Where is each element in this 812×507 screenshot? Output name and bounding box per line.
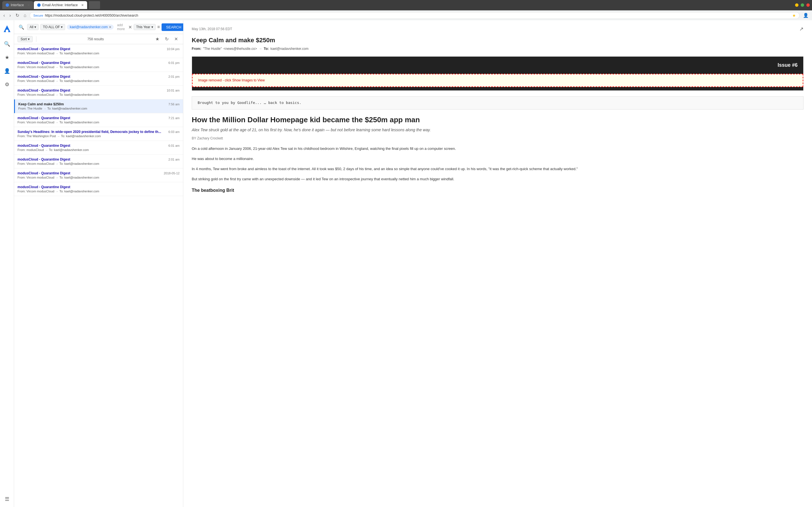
issue-banner-area: Issue #6 Image removed - click Show Imag… — [192, 56, 804, 91]
email-from-name: From: The Washington Post — [17, 134, 56, 138]
email-subject-text: modusCloud - Quarantine Digest — [17, 61, 70, 65]
share-icon[interactable]: ↗ — [799, 26, 804, 32]
email-from-name: From: Vircom modusCloud — [17, 162, 54, 165]
forward-btn[interactable]: › — [8, 12, 12, 19]
email-subject-text: modusCloud - Quarantine Digest — [17, 185, 70, 189]
close-btn[interactable] — [806, 3, 810, 7]
detail-meta-arrow: → — [259, 47, 262, 51]
email-item-from: From: Vircom modusCloud → To: kael@nadav… — [17, 93, 180, 96]
email-time: 2018-05-12 — [164, 172, 180, 175]
minimize-btn[interactable] — [795, 3, 799, 7]
image-placeholder: Image removed - click Show Images to Vie… — [192, 74, 803, 87]
user-icon[interactable]: 👤 — [802, 11, 810, 19]
detail-subject: Keep Calm and make $250m — [192, 37, 804, 44]
sidebar: 🔍 ★ 👤 ⚙ ☰ — [0, 20, 14, 507]
search-clear-btn[interactable]: ✕ — [128, 24, 132, 30]
detail-date: May 13th, 2018 07:56 EDT — [192, 27, 232, 31]
email-subject-text: modusCloud - Quarantine Digest — [17, 171, 70, 175]
email-from-name: From: Vircom modusCloud — [17, 121, 54, 124]
maximize-btn[interactable] — [801, 3, 804, 7]
sort-chevron: ▾ — [28, 37, 30, 41]
email-time: 6:01 am — [168, 144, 180, 147]
email-list-item[interactable]: Keep Calm and make $250m7:56 am From: Th… — [14, 100, 183, 113]
email-item-from: From: Vircom modusCloud → To: kael@nadav… — [17, 176, 180, 179]
email-item-subject: modusCloud - Quarantine Digest10:04 pm — [17, 47, 180, 51]
sidebar-item-contacts[interactable]: 👤 — [3, 66, 11, 75]
email-item-subject: modusCloud - Quarantine Digest2:01 am — [17, 158, 180, 161]
email-to-name: To: kael@nadavshenker.com — [59, 121, 99, 124]
bookmark-icon[interactable]: ★ — [792, 13, 796, 18]
list-view-icon[interactable]: ≡ — [157, 24, 160, 30]
back-btn[interactable]: ‹ — [2, 12, 6, 19]
email-list-item[interactable]: modusCloud - Quarantine Digest2:01 pm Fr… — [14, 72, 183, 86]
tab-label: Interface — [11, 3, 24, 7]
sidebar-item-settings[interactable]: ⚙ — [3, 80, 11, 89]
refresh-btn[interactable]: ↻ — [14, 11, 20, 19]
browser-chrome: Interface ✕ Email Archive: Interface ✕ — [0, 0, 812, 10]
tab-close-active-btn[interactable]: ✕ — [81, 3, 84, 7]
article-para-4: But striking gold on the first try came … — [192, 176, 804, 182]
email-time: 7:21 am — [168, 116, 180, 120]
to-all-filter[interactable]: TO ALL OF ▾ — [40, 24, 65, 30]
email-list-item[interactable]: modusCloud - Quarantine Digest10:01 am F… — [14, 86, 183, 100]
issue-banner: Issue #6 — [192, 57, 803, 74]
tab-bar: Interface ✕ Email Archive: Interface ✕ — [2, 1, 794, 9]
detail-from-label: From: — [192, 47, 201, 51]
sidebar-item-search[interactable]: 🔍 — [3, 40, 11, 48]
article-title: How the Million Dollar Homepage kid beca… — [192, 115, 804, 125]
arrow-icon: → — [43, 107, 46, 110]
arrow-icon: → — [56, 52, 58, 55]
email-list-item[interactable]: modusCloud - Quarantine Digest2018-05-12… — [14, 168, 183, 182]
email-list-item[interactable]: modusCloud - Quarantine Digest2:01 am Fr… — [14, 155, 183, 168]
chip-remove-btn[interactable]: ✕ — [109, 25, 111, 29]
arrow-icon: → — [56, 162, 58, 165]
email-list-item[interactable]: Sunday's Headlines: In wide-open 2020 pr… — [14, 127, 183, 141]
tab-email-archive[interactable]: Email Archive: Interface ✕ — [34, 1, 87, 9]
new-tab-area[interactable] — [89, 1, 100, 9]
email-list-item[interactable]: modusCloud - Quarantine Digest6:01 pm Fr… — [14, 58, 183, 72]
email-subject-text: modusCloud - Quarantine Digest — [17, 47, 70, 51]
email-list-item[interactable]: modusCloud - Quarantine Digest7:21 am Fr… — [14, 113, 183, 127]
add-more-btn[interactable]: add more — [115, 22, 126, 32]
sort-button[interactable]: Sort ▾ — [17, 36, 33, 42]
delete-action-icon[interactable]: ✕ — [172, 36, 180, 42]
star-action-icon[interactable]: ★ — [154, 36, 161, 42]
tab-interface[interactable]: Interface ✕ — [2, 1, 33, 9]
email-body: Issue #6 Image removed - click Show Imag… — [192, 56, 804, 194]
article-subtitle: Alex Tew struck gold at the age of 21, o… — [192, 127, 804, 133]
email-item-from: From: The Washington Post → To: kael@nad… — [17, 134, 180, 138]
tab-close-btn[interactable]: ✕ — [28, 3, 30, 7]
email-item-subject: modusCloud - Quarantine Digest6:01 pm — [17, 61, 180, 65]
refresh-action-icon[interactable]: ↻ — [163, 36, 170, 42]
date-filter[interactable]: This Year ▾ — [134, 24, 156, 30]
email-list-item[interactable]: modusCloud - Quarantine Digest10:04 pm F… — [14, 44, 183, 58]
email-from-name: From: Vircom modusCloud — [17, 176, 54, 179]
sidebar-item-menu[interactable]: ☰ — [3, 495, 11, 504]
sidebar-item-starred[interactable]: ★ — [3, 53, 11, 62]
email-item-subject: modusCloud - Quarantine Digest2018-05-12 — [17, 171, 180, 175]
home-btn[interactable]: ⌂ — [22, 12, 28, 19]
email-item-from: From: Vircom modusCloud → To: kael@nadav… — [17, 121, 180, 124]
email-to-name: To: kael@nadavshenker.com — [61, 134, 101, 138]
arrow-icon: → — [56, 176, 58, 179]
svg-point-1 — [6, 30, 8, 33]
url-text: https://moduscloud.cloud-protect.net/i/4… — [45, 13, 138, 17]
email-list-item[interactable]: modusCloud - Quarantine Digest From: Vir… — [14, 182, 183, 196]
email-list-item[interactable]: modusCloud - Quarantine Digest6:01 am Fr… — [14, 141, 183, 155]
email-time: 10:04 pm — [167, 47, 180, 51]
search-button[interactable]: SEARCH — [161, 23, 186, 31]
email-chip[interactable]: kael@nadavshenker.com ✕ — [67, 24, 114, 30]
address-bar: ‹ › ↻ ⌂ Secure https://moduscloud.cloud-… — [0, 10, 812, 20]
email-to-name: To: kael@nadavshenker.com — [59, 65, 99, 69]
all-filter[interactable]: All ▾ — [27, 24, 39, 30]
search-panel: 🔍 All ▾ TO ALL OF ▾ kael@nadavshenker.co… — [14, 20, 183, 507]
email-to-name: To: kael@nadavshenker.com — [49, 148, 89, 152]
window-controls — [795, 3, 810, 7]
arrow-icon: → — [57, 135, 60, 138]
arrow-icon: → — [56, 93, 58, 96]
article-para-3: In 4 months, Tew went from broke and aim… — [192, 166, 804, 172]
arrow-icon: → — [56, 79, 58, 82]
url-bar[interactable]: Secure https://moduscloud.cloud-protect.… — [30, 12, 800, 19]
date-filter-label: This Year — [136, 25, 150, 29]
email-to-name: To: kael@nadavshenker.com — [59, 79, 99, 82]
